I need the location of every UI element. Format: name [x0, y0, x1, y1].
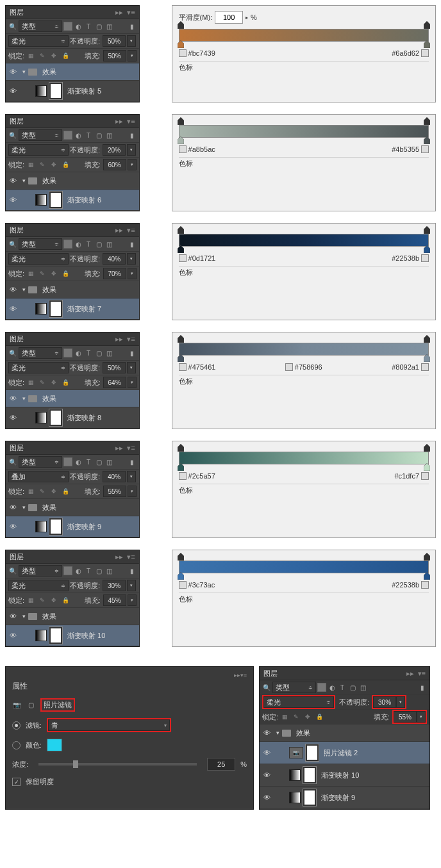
menu-icon[interactable]: ▾≡: [418, 669, 426, 678]
visibility-icon[interactable]: 👁: [260, 749, 274, 757]
opacity-stop-right[interactable]: [424, 117, 430, 125]
menu-icon[interactable]: ▾≡: [127, 117, 135, 126]
collapse-icon[interactable]: ▸▸: [115, 444, 123, 452]
lock-paint-icon[interactable]: ✎: [38, 161, 46, 168]
collapse-icon[interactable]: ▸▸: [115, 8, 123, 17]
layers-tab[interactable]: 图层: [10, 8, 24, 17]
filter-type-dropdown[interactable]: 类型≑: [19, 20, 62, 32]
gradient-bar[interactable]: [179, 452, 429, 463]
opacity-stop-right[interactable]: [424, 444, 430, 452]
opacity-stop-left[interactable]: [178, 553, 184, 561]
camera-icon[interactable]: 📷: [12, 701, 21, 710]
menu-icon[interactable]: ▾≡: [127, 335, 135, 343]
visibility-icon[interactable]: 👁: [6, 305, 20, 313]
opacity-stop-right[interactable]: [424, 553, 430, 561]
fill-stepper[interactable]: ▾: [128, 50, 137, 61]
filter-smart-icon[interactable]: ◫: [104, 457, 113, 466]
lock-all-icon[interactable]: 🔒: [62, 487, 69, 495]
mask-icon[interactable]: ▢: [26, 701, 35, 710]
collapse-icon[interactable]: ▸▸: [115, 553, 123, 561]
smooth-input[interactable]: [215, 11, 243, 24]
lock-all-icon[interactable]: 🔒: [62, 161, 69, 168]
menu-icon[interactable]: ▾≡: [127, 226, 135, 234]
layer-name[interactable]: 渐变映射 9: [321, 793, 355, 803]
lock-transparency-icon[interactable]: ▦: [27, 270, 35, 277]
layer-row[interactable]: 👁 渐变映射 5: [6, 81, 139, 102]
layer-row[interactable]: 👁 📷照片滤镜 2: [260, 742, 429, 764]
filter-adjust-icon[interactable]: ◐: [74, 348, 83, 357]
adjustment-thumb[interactable]: 📷: [289, 747, 303, 758]
filter-shape-icon[interactable]: ▢: [94, 240, 103, 249]
filter-shape-icon[interactable]: ▢: [94, 566, 103, 575]
layer-row[interactable]: 👁 渐变映射 8: [6, 407, 139, 429]
color-swatch[interactable]: [47, 739, 62, 751]
filter-type-dropdown[interactable]: 类型≑: [272, 682, 316, 693]
layer-row[interactable]: 👁 渐变映射 10: [6, 625, 139, 646]
color-stop-left[interactable]: [178, 354, 184, 362]
chevron-down-icon[interactable]: ▾: [22, 613, 26, 619]
filter-toggle[interactable]: ▮: [128, 22, 137, 31]
mask-thumb[interactable]: [49, 83, 62, 99]
folder-row[interactable]: 👁 ▾效果: [6, 172, 139, 190]
menu-icon[interactable]: ▾≡: [127, 8, 135, 17]
filter-toggle[interactable]: ▮: [128, 348, 137, 357]
filter-shape-icon[interactable]: ▢: [94, 131, 103, 140]
opacity-stepper[interactable]: ▾: [127, 253, 136, 265]
layer-name[interactable]: 照片滤镜 2: [324, 748, 358, 758]
folder-name[interactable]: 效果: [42, 176, 56, 186]
filter-type-dropdown[interactable]: 类型≑: [19, 565, 62, 577]
blend-mode-dropdown[interactable]: 柔光≑: [8, 580, 69, 591]
opacity-stepper[interactable]: ▾: [127, 362, 136, 373]
blend-mode-dropdown[interactable]: 柔光≑: [8, 362, 69, 373]
filter-shape-icon[interactable]: ▢: [348, 683, 357, 692]
visibility-icon[interactable]: 👁: [260, 771, 274, 779]
filter-type-dropdown[interactable]: 类型≑: [19, 129, 62, 141]
filter-smart-icon[interactable]: ◫: [104, 240, 113, 249]
folder-row[interactable]: 👁 ▾效果: [6, 608, 139, 625]
collapse-icon[interactable]: ▸▸: [115, 117, 123, 126]
layers-tab[interactable]: 图层: [263, 669, 278, 678]
filter-toggle[interactable]: ▮: [418, 683, 427, 692]
chevron-down-icon[interactable]: ▾: [22, 286, 26, 293]
filter-radio[interactable]: [12, 721, 21, 730]
opacity-value[interactable]: 30%: [103, 580, 126, 591]
fill-stepper[interactable]: ▾: [128, 594, 137, 606]
layer-row[interactable]: 👁 渐变映射 10: [260, 764, 429, 787]
collapse-icon[interactable]: ▸▸: [115, 335, 123, 343]
gradient-bar[interactable]: [179, 125, 429, 136]
fill-value[interactable]: 45%: [103, 594, 126, 606]
lock-all-icon[interactable]: 🔒: [315, 713, 323, 721]
collapse-icon[interactable]: ▸▸: [234, 672, 240, 678]
opacity-stop-right[interactable]: [424, 335, 430, 343]
search-icon[interactable]: 🔍: [8, 566, 17, 575]
gradient-bar[interactable]: [179, 561, 429, 572]
blend-mode-dropdown[interactable]: 柔光≑: [8, 35, 69, 47]
lock-position-icon[interactable]: ✥: [50, 270, 58, 277]
layer-row[interactable]: 👁 渐变映射 9: [6, 516, 139, 537]
adjustment-thumb[interactable]: [35, 521, 47, 532]
color-stop-right[interactable]: [424, 136, 430, 144]
visibility-icon[interactable]: 👁: [6, 523, 20, 530]
filter-smart-icon[interactable]: ◫: [358, 683, 367, 692]
adjustment-thumb[interactable]: [289, 792, 301, 803]
filter-pixel-icon[interactable]: [63, 131, 72, 140]
color-stop-left[interactable]: [178, 463, 184, 471]
lock-all-icon[interactable]: 🔒: [62, 52, 69, 60]
layer-name[interactable]: 渐变映射 6: [67, 195, 101, 205]
filter-shape-icon[interactable]: ▢: [94, 348, 103, 357]
visibility-icon[interactable]: 👁: [6, 68, 20, 76]
mask-thumb[interactable]: [49, 300, 62, 317]
filter-type-icon[interactable]: T: [84, 457, 93, 466]
lock-position-icon[interactable]: ✥: [50, 596, 58, 604]
lock-paint-icon[interactable]: ✎: [38, 596, 46, 604]
filter-type-dropdown[interactable]: 类型≑: [19, 238, 62, 250]
visibility-icon[interactable]: 👁: [260, 794, 274, 801]
blend-mode-dropdown[interactable]: 叠加≑: [8, 471, 69, 482]
opacity-stop-left[interactable]: [178, 444, 184, 452]
menu-icon[interactable]: ▾≡: [127, 444, 135, 452]
lock-transparency-icon[interactable]: ▦: [27, 52, 35, 60]
color-stop-right[interactable]: [424, 572, 430, 580]
fill-value[interactable]: 70%: [103, 268, 126, 279]
visibility-icon[interactable]: 👁: [6, 286, 20, 293]
opacity-stop-left[interactable]: [178, 21, 184, 29]
